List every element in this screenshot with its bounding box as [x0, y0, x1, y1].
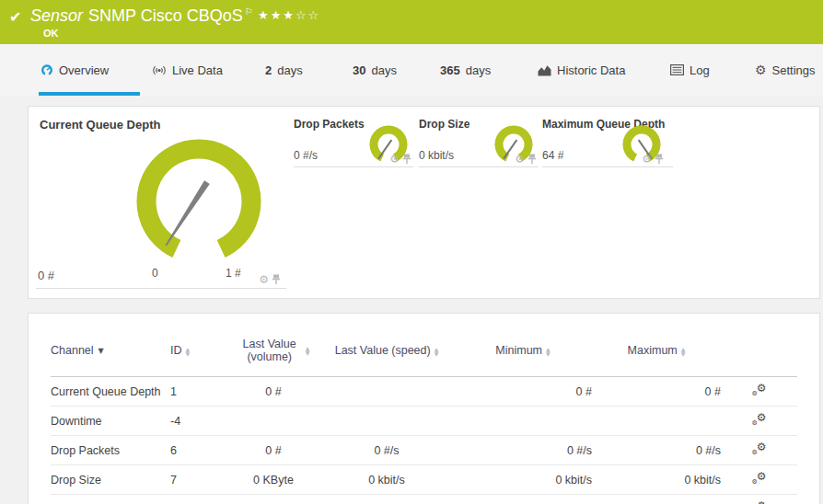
gauge-needle — [166, 180, 210, 246]
tab-number: 365 — [440, 63, 460, 77]
sort-icon: ▲▼ — [546, 347, 551, 356]
drop-size-gauge-card: Drop Size 0 kbit/s ⚙ — [419, 116, 539, 167]
last-value-volume: 64 # — [227, 495, 319, 504]
maximum-value: 0 # — [592, 377, 721, 407]
gauge-current-value: 0 # — [38, 269, 54, 282]
gear-icon[interactable]: ⚙ — [389, 154, 400, 165]
gear-icon[interactable]: ⚙ — [642, 154, 652, 165]
chart-icon — [538, 64, 551, 76]
pin-icon[interactable] — [655, 154, 664, 165]
column-header-last-value-volume[interactable]: Last Value (volume)▲▼ — [227, 325, 319, 377]
channel-settings-icon[interactable]: ⚙⚙ — [752, 413, 767, 426]
tab-365-days[interactable]: 365 days — [440, 44, 491, 96]
column-header-id[interactable]: ID▲▼ — [170, 325, 227, 377]
channel-id: 1 — [170, 377, 227, 407]
table-row: Downtime -4 ⚙⚙ — [51, 407, 797, 436]
gauge-scale-min-label: 0 — [152, 267, 158, 280]
table-header-row: Channel▼ ID▲▼ Last Value (volume)▲▼ Last… — [51, 325, 797, 377]
tab-label: Historic Data — [557, 63, 625, 77]
maximum-value: 0 kbit/s — [592, 465, 721, 495]
overview-gauges-panel: Current Queue Depth 0 1 # 0 # ⚙ Drop Pac… — [28, 106, 820, 299]
sensor-status-header: ✔ SensorSNMP Cisco CBQoS⚐ ★★★☆☆ OK — [0, 0, 823, 44]
channel-name[interactable]: Maximum Queue D... — [51, 495, 170, 504]
gauge-card-actions: ⚙ — [515, 154, 537, 165]
channel-id: 7 — [170, 465, 227, 495]
gauge-current-value: 64 # — [542, 149, 563, 162]
object-kind-label: Sensor — [30, 6, 83, 25]
pin-icon[interactable] — [527, 154, 537, 165]
last-value-volume: 0 # — [227, 436, 319, 465]
gear-icon: ⚙ — [755, 63, 767, 76]
tab-log[interactable]: Log — [670, 44, 710, 96]
tab-label: Settings — [772, 63, 816, 77]
column-header-minimum[interactable]: Minimum▲▼ — [454, 325, 592, 377]
status-ok-check-icon: ✔ — [9, 8, 21, 26]
broadcast-icon — [152, 64, 167, 76]
channel-settings-icon[interactable]: ⚙⚙ — [752, 384, 767, 396]
gauge-current-value: 0 kbit/s — [419, 149, 454, 162]
sort-icon: ▲▼ — [186, 347, 191, 356]
sort-icon: ▲▼ — [435, 347, 439, 356]
tab-label: days — [277, 63, 302, 77]
channel-id: 2 — [170, 495, 227, 504]
tab-overview[interactable]: Overview — [41, 44, 109, 96]
sensor-rating-stars[interactable]: ★★★☆☆ — [258, 8, 320, 22]
gear-icon[interactable]: ⚙ — [515, 154, 525, 165]
drop-packets-gauge-card: Drop Packets 0 #/s ⚙ — [294, 116, 413, 167]
table-row: Current Queue Depth 1 0 # 0 # 0 # ⚙⚙ — [51, 377, 797, 407]
current-queue-depth-gauge-dial — [116, 120, 282, 263]
maximum-value — [592, 407, 721, 436]
channel-id: 6 — [170, 436, 227, 465]
sensor-tab-bar: Overview Live Data 2 days 30 days 365 da… — [0, 44, 823, 96]
gauge-card-actions: ⚙ — [642, 154, 664, 165]
gear-icon[interactable]: ⚙ — [259, 274, 269, 285]
channel-name[interactable]: Drop Size — [51, 465, 170, 495]
pin-icon[interactable] — [402, 154, 412, 165]
last-value-volume — [227, 407, 319, 436]
table-row: Drop Size 7 0 KByte 0 kbit/s 0 kbit/s 0 … — [51, 465, 797, 495]
sensor-name: SNMP Cisco CBQoS — [88, 6, 243, 25]
tab-30-days[interactable]: 30 days — [353, 44, 397, 96]
last-value-speed: 0 #/s — [319, 436, 454, 465]
channel-name[interactable]: Current Queue Depth — [51, 377, 170, 407]
channel-name[interactable]: Drop Packets — [51, 436, 170, 465]
channel-name[interactable]: Downtime — [51, 407, 170, 436]
tab-label: Live Data — [172, 63, 223, 77]
tab-historic-data[interactable]: Historic Data — [538, 44, 625, 96]
maximum-queue-depth-gauge-card: Maximum Queue Depth 64 # ⚙ — [542, 116, 673, 167]
last-value-volume: 0 KByte — [227, 465, 319, 495]
last-value-speed: 0 kbit/s — [319, 465, 454, 495]
last-value-speed — [319, 377, 454, 407]
channel-settings-icon[interactable]: ⚙⚙ — [752, 472, 767, 485]
column-header-channel[interactable]: Channel▼ — [51, 325, 170, 377]
log-icon — [670, 64, 684, 75]
tab-2-days[interactable]: 2 days — [265, 44, 303, 96]
gauge-title: Drop Size — [419, 118, 469, 131]
sensor-status-text: OK — [43, 28, 59, 39]
last-value-speed — [319, 495, 454, 504]
channels-table: Channel▼ ID▲▼ Last Value (volume)▲▼ Last… — [51, 325, 797, 504]
tab-settings[interactable]: ⚙ Settings — [755, 44, 816, 96]
tab-number: 2 — [265, 63, 272, 77]
channel-settings-icon[interactable]: ⚙⚙ — [752, 442, 767, 455]
tab-label: days — [371, 63, 396, 77]
gauge-title: Drop Packets — [294, 118, 365, 131]
current-queue-depth-gauge-card: Current Queue Depth 0 1 # 0 # ⚙ — [36, 114, 286, 289]
gauge-scale-max-label: 1 # — [226, 267, 241, 280]
gauge-current-value: 0 #/s — [294, 149, 318, 162]
priority-flag-icon[interactable]: ⚐ — [245, 6, 253, 17]
tab-live-data[interactable]: Live Data — [152, 44, 223, 96]
sort-icon: ▲▼ — [681, 347, 686, 356]
tab-number: 30 — [353, 63, 365, 77]
maximum-value: 64 # — [592, 495, 721, 504]
minimum-value — [454, 407, 592, 436]
sensor-title-line: SensorSNMP Cisco CBQoS⚐ — [30, 6, 253, 26]
minimum-value: 0 kbit/s — [454, 465, 592, 495]
column-header-last-value-speed[interactable]: Last Value (speed)▲▼ — [319, 325, 454, 377]
gauge-card-actions: ⚙ — [259, 274, 281, 285]
channels-table-panel: Channel▼ ID▲▼ Last Value (volume)▲▼ Last… — [28, 313, 820, 504]
channel-id: -4 — [170, 407, 227, 436]
pin-icon[interactable] — [272, 274, 281, 285]
last-value-speed — [319, 407, 454, 436]
column-header-maximum[interactable]: Maximum▲▼ — [592, 325, 721, 377]
